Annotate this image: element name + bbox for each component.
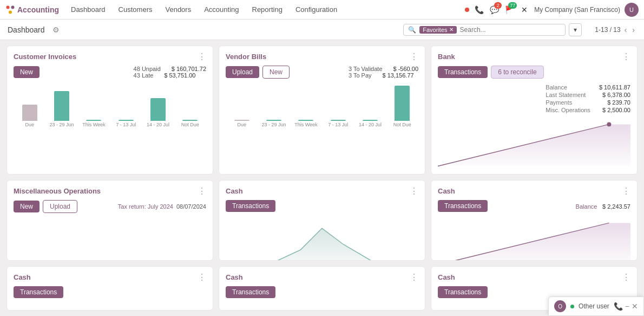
card-menu-cash-5[interactable]: ⋮ — [622, 273, 630, 282]
bar-notdue-label: Not Due — [181, 122, 199, 127]
bank-card-actions: Transactions 6 to reconcile Balance $ 10… — [438, 66, 630, 113]
cash2-card-actions: Transactions Balance $ 2,243.57 — [438, 200, 630, 212]
search-icon: 🔍 — [408, 26, 416, 34]
nav-reporting[interactable]: Reporting — [249, 3, 286, 16]
bank-transactions-button[interactable]: Transactions — [438, 66, 488, 78]
card-menu-cash-3[interactable]: ⋮ — [198, 273, 206, 282]
vbar-due-bar — [234, 120, 249, 121]
bar-23-29jun-bar — [54, 91, 69, 121]
invoice-chart: Due 23 - 29 Jun This Week 7 - 13 Jul 14 … — [14, 84, 206, 133]
misc-card-actions: New Upload Tax return: July 2024 08/07/2… — [14, 200, 206, 213]
cash1-transactions-button[interactable]: Transactions — [226, 200, 275, 212]
dashboard-grid: Customer Invoices ⋮ New 48 Unpaid $ 160,… — [0, 40, 644, 316]
payments-value: $ 239.70 — [599, 99, 630, 106]
chat-bar: O Other user 📞 − ✕ — [548, 296, 644, 316]
nav-vendors[interactable]: Vendors — [162, 3, 194, 16]
vbar-thisweek-bar — [298, 120, 313, 121]
cash2-card-header: Cash ⋮ — [438, 187, 630, 196]
nav-right: 📞 💬2 🚩77 ✕ My Company (San Francisco) U — [465, 3, 639, 17]
cash4-card-header: Cash ⋮ — [226, 273, 418, 282]
late-value: $ 53,751.00 — [164, 72, 195, 79]
cash2-balance-label: Balance — [576, 203, 597, 210]
card-menu-bank[interactable]: ⋮ — [622, 53, 630, 61]
bank-stats: Balance $ 10,611.87 Last Statement $ 6,3… — [546, 84, 630, 113]
cash1-chart — [226, 217, 418, 261]
nav-accounting[interactable]: Accounting — [201, 3, 242, 16]
cash5-transactions-button[interactable]: Transactions — [438, 286, 488, 298]
new-invoice-button[interactable]: New — [14, 66, 40, 78]
bar-due-label: Due — [25, 122, 34, 127]
flag-nav-icon[interactable]: 🚩77 — [504, 4, 515, 15]
card-cash-1: Cash ⋮ Transactions — [219, 180, 425, 261]
card-vendor-bills: Vendor Bills ⋮ Upload New 3 To Validate … — [219, 46, 425, 175]
vbar-23-29jun: 23 - 29 Jun — [260, 120, 287, 127]
cash2-chart — [438, 217, 630, 261]
cash4-transactions-button[interactable]: Transactions — [226, 286, 275, 298]
vbar-notdue: Not Due — [389, 86, 416, 127]
card-title-misc: Miscellaneous Operations — [14, 187, 101, 195]
balance-label: Balance — [546, 84, 590, 91]
card-menu-misc[interactable]: ⋮ — [198, 187, 206, 196]
card-menu-vendor-bills[interactable]: ⋮ — [410, 53, 418, 61]
invoice-stats: 48 Unpaid $ 160,701.72 43 Late $ 53,751.… — [134, 66, 206, 79]
misc-upload-button[interactable]: Upload — [43, 200, 77, 213]
filter-tag-favorites[interactable]: Favorites ✕ — [419, 26, 456, 34]
avatar[interactable]: U — [625, 3, 639, 17]
card-bank: Bank ⋮ Transactions 6 to reconcile Balan… — [431, 46, 638, 175]
phone-nav-icon[interactable]: 📞 — [474, 4, 484, 15]
cash2-balance-value: $ 2,243.57 — [602, 203, 630, 210]
unpaid-label: 48 Unpaid — [134, 66, 161, 72]
vbar-7-13jul-label: 7 - 13 Jul — [328, 122, 348, 127]
card-header: Customer Invoices ⋮ — [14, 53, 206, 61]
card-menu-customer-invoices[interactable]: ⋮ — [198, 53, 206, 61]
cash1-chart-svg — [226, 217, 418, 261]
nav-configuration[interactable]: Configuration — [292, 3, 340, 16]
card-cash-2: Cash ⋮ Transactions Balance $ 2,243.57 — [431, 180, 638, 261]
invoice-stats-row: 48 Unpaid $ 160,701.72 — [134, 66, 206, 72]
filter-tag-close[interactable]: ✕ — [449, 27, 454, 33]
pagination-prev[interactable]: ‹ — [623, 25, 629, 34]
search-wrap: 🔍 Favorites ✕ — [403, 24, 566, 36]
upload-bill-button[interactable]: Upload — [226, 66, 259, 78]
cash3-transactions-button[interactable]: Transactions — [14, 286, 63, 298]
vbar-14-20jul-bar — [363, 120, 378, 121]
bank-reconcile-button[interactable]: 6 to reconcile — [491, 66, 543, 79]
svg-point-1 — [11, 5, 15, 9]
chat-minimize-button[interactable]: − — [625, 302, 629, 311]
card-title-cash-4: Cash — [226, 273, 243, 281]
svg-point-3 — [607, 122, 611, 126]
close-nav-icon[interactable]: ✕ — [519, 4, 530, 15]
unpaid-value: $ 160,701.72 — [172, 66, 206, 72]
nav-customers[interactable]: Customers — [115, 3, 156, 16]
cash5-card-header: Cash ⋮ — [438, 273, 630, 282]
vbar-notdue-label: Not Due — [393, 122, 411, 127]
bar-due-bar — [22, 105, 37, 121]
page-title: Dashboard — [8, 25, 45, 34]
card-cash-4: Cash ⋮ Transactions — [219, 266, 425, 311]
card-menu-cash-2[interactable]: ⋮ — [622, 187, 630, 196]
cash2-transactions-button[interactable]: Transactions — [438, 200, 488, 212]
settings-gear-icon[interactable]: ⚙ — [52, 25, 60, 34]
search-dropdown-btn[interactable]: ▾ — [569, 23, 582, 36]
misc-new-button[interactable]: New — [14, 201, 40, 212]
vbar-thisweek: This Week — [292, 120, 320, 127]
app-logo[interactable]: Accounting — [5, 5, 59, 15]
bar-14-20jul-label: 14 - 20 Jul — [147, 122, 169, 127]
card-customer-invoices: Customer Invoices ⋮ New 48 Unpaid $ 160,… — [6, 46, 213, 175]
chat-nav-icon[interactable]: 💬2 — [489, 4, 500, 15]
chat-phone-button[interactable]: 📞 — [614, 302, 623, 311]
vbar-14-20jul: 14 - 20 Jul — [356, 120, 384, 127]
misc-ops-value: $ 2,500.00 — [599, 107, 630, 113]
bar-14-20jul: 14 - 20 Jul — [144, 98, 172, 127]
pagination-next[interactable]: › — [630, 25, 636, 34]
card-menu-cash-4[interactable]: ⋮ — [410, 273, 418, 282]
chat-close-button[interactable]: ✕ — [632, 302, 638, 311]
misc-card-header: Miscellaneous Operations ⋮ — [14, 187, 206, 196]
card-menu-cash-1[interactable]: ⋮ — [410, 187, 418, 196]
new-bill-button[interactable]: New — [262, 66, 290, 79]
search-input[interactable] — [460, 26, 561, 34]
nav-dashboard[interactable]: Dashboard — [68, 3, 109, 16]
validate-value: $ -560.00 — [393, 66, 418, 72]
svg-point-0 — [6, 5, 10, 9]
cash2-chart-svg — [438, 217, 630, 261]
